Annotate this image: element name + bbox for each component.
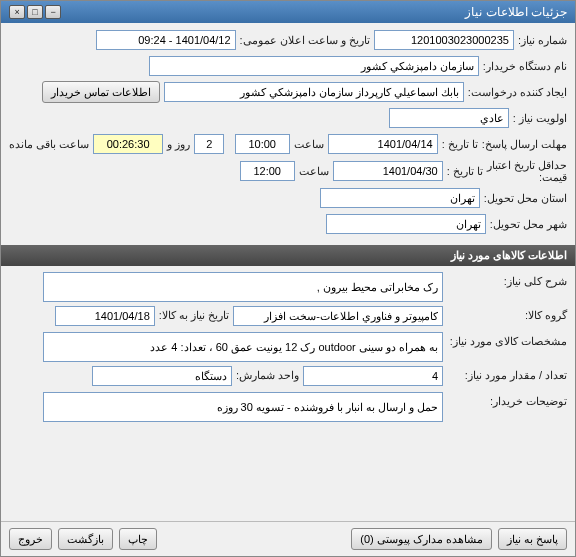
need-date-label: تاریخ نیاز به کالا: (159, 306, 229, 322)
announce-field[interactable] (96, 30, 236, 50)
goods-section: شرح کلی نیاز: گروه کالا: تاریخ نیاز به ک… (1, 266, 575, 432)
attachments-button[interactable]: مشاهده مدارک پیوستی (0) (351, 528, 492, 550)
minimize-button[interactable]: − (45, 5, 61, 19)
price-validity-label1: حداقل تاریخ اعتبار (487, 159, 567, 171)
buyer-org-field[interactable] (149, 56, 479, 76)
buyer-contact-button[interactable]: اطلاعات تماس خریدار (42, 81, 160, 103)
exit-button[interactable]: خروج (9, 528, 52, 550)
price-time-field[interactable] (240, 161, 295, 181)
price-todate-label: تا تاریخ : (447, 165, 483, 178)
price-time-label: ساعت (299, 165, 329, 178)
print-button[interactable]: چاپ (119, 528, 157, 550)
details-window: جزئیات اطلاعات نیاز − □ × شماره نیاز: تا… (0, 0, 576, 557)
goods-section-header: اطلاعات کالاهای مورد نیاز (1, 245, 575, 266)
need-date-field[interactable] (55, 306, 155, 326)
remaining-clock-label: ساعت باقی مانده (9, 138, 89, 151)
reply-date-field[interactable] (328, 134, 438, 154)
delivery-province-label: استان محل تحویل: (484, 192, 567, 205)
qty-field[interactable] (303, 366, 443, 386)
buyer-notes-label: توضیحات خریدار: (447, 392, 567, 408)
footer-bar: پاسخ به نیاز مشاهده مدارک پیوستی (0) چاپ… (1, 521, 575, 556)
buyer-notes-field[interactable] (43, 392, 443, 422)
window-buttons: − □ × (9, 5, 61, 19)
unit-field[interactable] (92, 366, 232, 386)
window-title: جزئیات اطلاعات نیاز (465, 5, 567, 19)
remaining-days-label: روز و (167, 138, 190, 151)
maximize-button[interactable]: □ (27, 5, 43, 19)
general-desc-label: شرح کلی نیاز: (447, 272, 567, 288)
goods-group-field[interactable] (233, 306, 443, 326)
priority-field[interactable] (389, 108, 509, 128)
delivery-province-field[interactable] (320, 188, 480, 208)
goods-spec-label: مشخصات کالای مورد نیاز: (447, 332, 567, 348)
goods-spec-field[interactable] (43, 332, 443, 362)
reply-deadline-label: مهلت ارسال پاسخ: (482, 138, 567, 151)
priority-label: اولویت نیاز : (513, 112, 567, 125)
buyer-org-label: نام دستگاه خریدار: (483, 60, 567, 73)
request-creator-label: ایجاد کننده درخواست: (468, 86, 567, 99)
need-number-field[interactable] (374, 30, 514, 50)
reply-button[interactable]: پاسخ به نیاز (498, 528, 567, 550)
delivery-city-field[interactable] (326, 214, 486, 234)
request-creator-field[interactable] (164, 82, 464, 102)
delivery-city-label: شهر محل تحویل: (490, 218, 567, 231)
general-desc-field[interactable] (43, 272, 443, 302)
reply-todate-label: تا تاریخ : (442, 138, 478, 151)
need-info-section: شماره نیاز: تاریخ و ساعت اعلان عمومی: نا… (1, 23, 575, 245)
goods-group-label: گروه کالا: (447, 306, 567, 322)
title-bar: جزئیات اطلاعات نیاز − □ × (1, 1, 575, 23)
reply-time-label: ساعت (294, 138, 324, 151)
close-button[interactable]: × (9, 5, 25, 19)
remaining-clock-field[interactable] (93, 134, 163, 154)
reply-time-field[interactable] (235, 134, 290, 154)
unit-label: واحد شمارش: (236, 366, 299, 382)
need-number-label: شماره نیاز: (518, 34, 567, 47)
remaining-days-field[interactable] (194, 134, 224, 154)
price-validity-label2: قیمت: (487, 171, 567, 183)
announce-label: تاریخ و ساعت اعلان عمومی: (240, 34, 370, 47)
price-date-field[interactable] (333, 161, 443, 181)
back-button[interactable]: بازگشت (58, 528, 113, 550)
qty-label: تعداد / مقدار مورد نیاز: (447, 366, 567, 382)
